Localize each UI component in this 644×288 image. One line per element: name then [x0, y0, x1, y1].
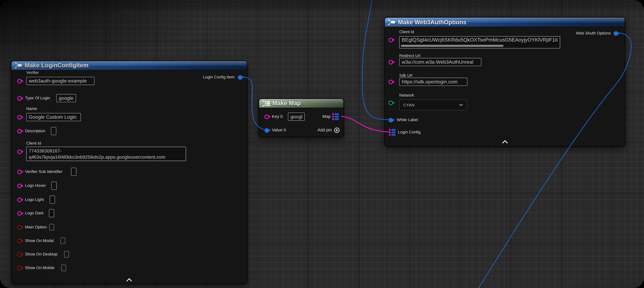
pin-label-type-of-login: Type Of Login — [25, 96, 50, 101]
pin-label-description: Description — [25, 129, 45, 134]
pin-label-show-on-modal: Show On Modal — [25, 238, 54, 243]
show-on-mobile-checkbox[interactable] — [61, 264, 66, 271]
pin-label-logo-hover: Logo Hover — [25, 183, 46, 188]
description-field[interactable] — [51, 127, 56, 135]
node-header[interactable]: Make Map — [259, 99, 343, 108]
pin-label-show-on-mobile: Show On Mobile — [25, 265, 54, 270]
pin-login-config[interactable] — [389, 129, 396, 136]
chevron-down-icon — [459, 104, 463, 106]
blueprint-editor-viewport: Make LoginConfigItem Login Config Item V… — [0, 0, 644, 288]
sdk-url-field[interactable] — [399, 78, 467, 86]
pin-label-show-on-desktop: Show On Desktop — [25, 252, 58, 257]
pin-label-redirect-url: Redirect Url — [399, 53, 420, 58]
pin-label-verifier: Verifier — [26, 70, 39, 75]
output-pin-label: Login Config Item — [203, 75, 234, 80]
pin-label-main-option: Main Option — [25, 225, 47, 230]
verifier-sub-identifier-field[interactable] — [71, 168, 76, 176]
network-dropdown[interactable]: CYAN — [399, 99, 467, 111]
pin-login-config-item-output[interactable] — [238, 75, 242, 80]
logo-light-field[interactable] — [50, 195, 55, 204]
make-map-icon — [262, 100, 271, 108]
pin-logo-hover[interactable] — [17, 183, 22, 188]
logo-dark-field[interactable] — [49, 209, 54, 217]
node-make-login-config-item[interactable]: Make LoginConfigItem Login Config Item V… — [11, 61, 247, 284]
pin-key-0[interactable] — [264, 114, 269, 119]
wire-map-to-login-config[interactable] — [341, 116, 388, 132]
type-of-login-field[interactable] — [56, 94, 76, 102]
pin-label-logo-light: Logo Light — [25, 197, 44, 202]
output-pin-label: Web 3Auth Options — [576, 31, 611, 36]
pin-verifier-sub-identifier[interactable] — [17, 169, 22, 174]
show-on-desktop-checkbox[interactable] — [64, 251, 69, 257]
make-struct-icon — [15, 63, 23, 70]
output-pin-label: Map — [322, 114, 331, 119]
pin-verifier[interactable] — [17, 79, 22, 83]
pin-show-on-desktop[interactable] — [17, 252, 22, 256]
blueprint-graph-canvas[interactable]: Make LoginConfigItem Login Config Item V… — [0, 0, 644, 288]
collapse-node-button[interactable] — [126, 276, 132, 283]
show-on-modal-checkbox[interactable] — [60, 237, 65, 244]
make-struct-icon — [388, 19, 396, 27]
node-title: Make Map — [272, 99, 301, 108]
pin-label-login-config: Login Config — [398, 130, 421, 135]
pin-label-white-label: White Label — [397, 118, 418, 123]
node-title: Make Web3AuthOptions — [398, 18, 466, 27]
pin-sdk-url[interactable] — [388, 80, 393, 84]
pin-label-client-id: Client Id — [26, 141, 41, 146]
logo-hover-field[interactable] — [51, 182, 57, 190]
pin-main-option[interactable] — [17, 225, 22, 229]
redirect-url-field[interactable] — [399, 58, 482, 66]
key-0-field[interactable] — [288, 113, 305, 121]
node-header[interactable]: Make Web3AuthOptions — [385, 18, 625, 27]
client-id-scrollbar[interactable] — [401, 45, 504, 47]
pin-type-of-login[interactable] — [17, 96, 22, 101]
pin-label-name: Name — [26, 106, 37, 111]
main-option-checkbox[interactable] — [49, 224, 54, 230]
pin-show-on-modal[interactable] — [17, 238, 22, 243]
pin-map-output[interactable] — [332, 113, 339, 120]
pin-label-verifier-sub-identifier: Verifier Sub Identifier — [25, 169, 62, 174]
pin-show-on-mobile[interactable] — [17, 266, 22, 270]
node-make-web3auth-options[interactable]: Make Web3AuthOptions Web 3Auth Options C… — [384, 17, 625, 147]
pin-label-network: Network — [399, 93, 414, 98]
pin-redirect-url[interactable] — [388, 60, 393, 64]
add-pin-button[interactable] — [334, 127, 340, 135]
pin-label-client-id: Client Id — [399, 30, 414, 35]
name-field[interactable] — [26, 113, 81, 121]
pin-white-label[interactable] — [388, 118, 393, 122]
pin-network[interactable] — [388, 100, 393, 105]
pin-label-value-0: Value 0 — [272, 128, 286, 133]
pin-label-logo-dark: Logo Dark — [25, 211, 44, 216]
node-header[interactable]: Make LoginConfigItem — [12, 61, 247, 70]
pin-client-id[interactable] — [17, 149, 22, 154]
pin-description[interactable] — [17, 129, 22, 133]
pin-label-key-0: Key 0 — [272, 114, 283, 119]
pin-value-0[interactable] — [264, 128, 269, 133]
pin-web3auth-options-output[interactable] — [614, 31, 618, 36]
collapse-node-button[interactable] — [502, 138, 508, 145]
add-pin-label[interactable]: Add pin — [318, 128, 332, 133]
pin-logo-dark[interactable] — [17, 211, 22, 215]
network-selected-value: CYAN — [403, 103, 414, 107]
pin-logo-light[interactable] — [17, 197, 22, 202]
verifier-field[interactable] — [26, 77, 94, 85]
pin-label-sdk-url: Sdk Url — [399, 73, 412, 78]
pin-client-id[interactable] — [388, 38, 393, 42]
node-make-map[interactable]: Make Map Key 0 Map Value 0 Add pin — [259, 99, 344, 137]
node-title: Make LoginConfigItem — [25, 61, 88, 70]
pin-name[interactable] — [17, 115, 22, 119]
client-id-field[interactable]: 774338308167-q463s7kpvja16l4l0kko3nb925i… — [26, 147, 186, 161]
